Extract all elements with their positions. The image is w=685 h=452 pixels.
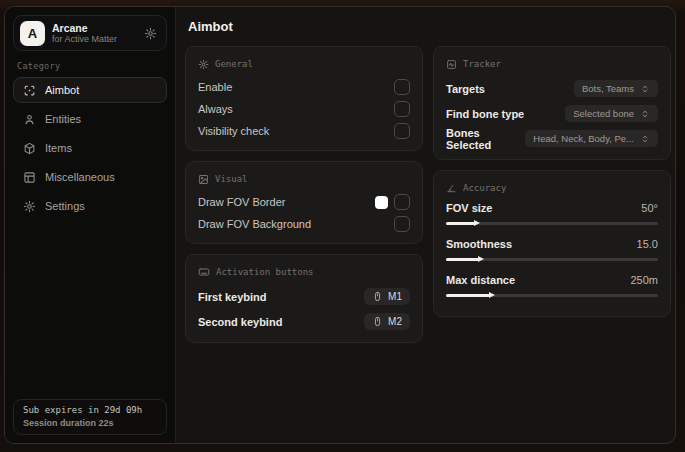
setting-row: Targets Bots, Teams [446, 76, 658, 101]
panel-activation-buttons: Activation buttons First keybind M1 Seco… [185, 254, 423, 343]
checkbox-draw-fov-background[interactable] [394, 216, 410, 232]
panel-title: Accuracy [463, 183, 506, 193]
sidebar-item-entities[interactable]: Entities [13, 106, 167, 132]
dropdown-bones-selected[interactable]: Head, Neck, Body, Pe... [525, 130, 658, 147]
setting-row: Enable [198, 76, 410, 98]
color-swatch-fov-border[interactable] [375, 196, 388, 209]
keyboard-icon [198, 266, 210, 278]
setting-row: First keybind M1 [198, 284, 410, 309]
right-column: Tracker Targets Bots, Teams Find bone ty… [433, 46, 671, 317]
category-label: Category [17, 61, 163, 71]
slider-max-distance[interactable] [446, 291, 658, 299]
setting-label: Bones Selected [446, 127, 525, 151]
entities-icon [23, 113, 36, 126]
gear-icon [23, 200, 36, 213]
setting-label: Draw FOV Background [198, 218, 311, 230]
page-title: Aimbot [188, 19, 671, 34]
cube-icon [23, 142, 36, 155]
panel-accuracy: Accuracy FOV size 50° [433, 170, 671, 317]
setting-row: Draw FOV Border [198, 191, 410, 213]
keybind-button-first[interactable]: M1 [364, 288, 410, 305]
main-content: Aimbot General Enable Alw [176, 7, 676, 443]
layout-icon [23, 171, 36, 184]
slider-block-max-distance: Max distance 250m [446, 272, 658, 299]
slider-value: 15.0 [637, 238, 658, 250]
slider-thumb[interactable] [474, 220, 480, 226]
checkbox-enable[interactable] [394, 79, 410, 95]
setting-label: Second keybind [198, 316, 282, 328]
sidebar-item-aimbot[interactable]: Aimbot [13, 77, 167, 103]
panel-general-header: General [198, 57, 410, 71]
setting-row: Bones Selected Head, Neck, Body, Pe... [446, 126, 658, 151]
dropdown-value: Selected bone [573, 108, 634, 119]
dropdown-find-bone-type[interactable]: Selected bone [565, 105, 658, 122]
dropdown-value: Head, Neck, Body, Pe... [533, 133, 634, 144]
sidebar-item-miscellaneous[interactable]: Miscellaneous [13, 164, 167, 190]
panel-tracker-header: Tracker [446, 57, 658, 71]
unfold-icon [640, 84, 650, 94]
sidebar-item-label: Settings [45, 200, 85, 212]
setting-controls [375, 194, 410, 210]
panel-tracker: Tracker Targets Bots, Teams Find bone ty… [433, 46, 671, 160]
panel-accuracy-header: Accuracy [446, 181, 658, 195]
slider-value: 50° [641, 202, 658, 214]
keybind-value: M1 [388, 291, 402, 302]
setting-label: Always [198, 103, 233, 115]
setting-label: Visibility check [198, 125, 269, 137]
panel-activation-header: Activation buttons [198, 265, 410, 279]
dropdown-value: Bots, Teams [582, 83, 634, 94]
gear-icon[interactable] [144, 27, 157, 40]
slider-thumb[interactable] [478, 256, 484, 262]
gear-icon [198, 59, 209, 70]
setting-label: First keybind [198, 291, 266, 303]
slider-value: 250m [630, 274, 658, 286]
keybind-button-second[interactable]: M2 [364, 313, 410, 330]
image-icon [198, 174, 209, 185]
slider-fill [446, 258, 480, 261]
slider-fill [446, 294, 491, 297]
category-nav: Aimbot Entities Items Miscellaneous [5, 77, 175, 219]
slider-smoothness[interactable] [446, 255, 658, 263]
setting-row: Visibility check [198, 120, 410, 142]
mouse-icon [372, 316, 383, 327]
setting-row: Always [198, 98, 410, 120]
dropdown-targets[interactable]: Bots, Teams [574, 80, 658, 97]
session-duration-text: Session duration 22s [23, 418, 157, 428]
app-subtitle: for Active Matter [52, 34, 117, 45]
setting-label: Draw FOV Border [198, 196, 285, 208]
app-window: A Arcane for Active Matter Category Aimb… [4, 6, 676, 444]
sub-expires-text: Sub expires in 29d 09h [23, 405, 157, 415]
sidebar-item-label: Aimbot [45, 84, 79, 96]
checkbox-always[interactable] [394, 101, 410, 117]
app-logo: A [20, 21, 45, 46]
checkbox-visibility-check[interactable] [394, 123, 410, 139]
setting-label: Targets [446, 83, 485, 95]
app-name: Arcane [52, 22, 117, 34]
crosshair-icon [23, 84, 36, 97]
slider-block-fov-size: FOV size 50° [446, 200, 658, 227]
slider-fov-size[interactable] [446, 219, 658, 227]
panel-title: Tracker [463, 59, 501, 69]
slider-block-smoothness: Smoothness 15.0 [446, 236, 658, 263]
slider-fill [446, 222, 476, 225]
logo-letter: A [28, 26, 37, 41]
panel-title: General [215, 59, 253, 69]
setting-label: Find bone type [446, 108, 524, 120]
sidebar-item-label: Miscellaneous [45, 171, 115, 183]
brand-text: Arcane for Active Matter [52, 22, 117, 45]
left-column: General Enable Always Visibility check [185, 46, 423, 343]
unfold-icon [640, 109, 650, 119]
sidebar-item-items[interactable]: Items [13, 135, 167, 161]
keybind-value: M2 [388, 316, 402, 327]
subscription-info: Sub expires in 29d 09h Session duration … [13, 399, 167, 435]
setting-row: Find bone type Selected bone [446, 101, 658, 126]
sidebar-item-settings[interactable]: Settings [13, 193, 167, 219]
panel-visual-header: Visual [198, 172, 410, 186]
sidebar-item-label: Items [45, 142, 72, 154]
sidebar: A Arcane for Active Matter Category Aimb… [5, 7, 176, 443]
setting-row: Second keybind M2 [198, 309, 410, 334]
checkbox-draw-fov-border[interactable] [394, 194, 410, 210]
setting-label: Enable [198, 81, 232, 93]
setting-row: Draw FOV Background [198, 213, 410, 235]
slider-thumb[interactable] [489, 292, 495, 298]
